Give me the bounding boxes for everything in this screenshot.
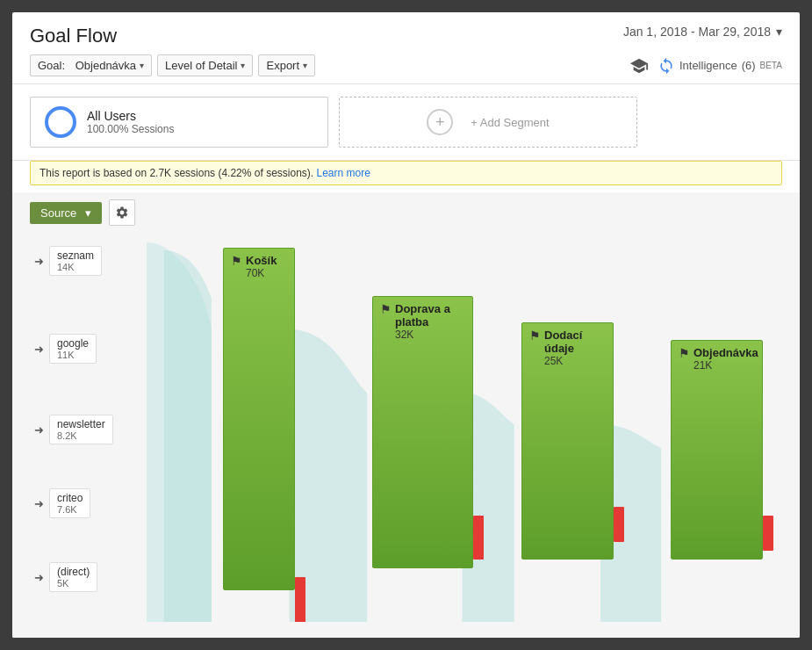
- source-node-name: google: [57, 337, 89, 350]
- segment-circle-icon: [45, 106, 76, 138]
- graduation-icon: [629, 56, 649, 76]
- source-node-label: newsletter 8.2K: [49, 415, 113, 444]
- flow-area: Source ▾: [12, 192, 800, 638]
- step-header: ⚑ Objednávka 21K: [679, 346, 755, 372]
- intelligence-icon: [658, 57, 675, 75]
- flow-controls: Source ▾: [30, 199, 782, 226]
- step-name: Objednávka: [693, 346, 758, 359]
- step-name: Dodací údaje: [544, 329, 606, 355]
- goal-value: Objednávka: [75, 59, 136, 72]
- goal-chevron-icon: ▾: [140, 61, 144, 70]
- source-node[interactable]: ➜ criteo 7.6K: [34, 488, 113, 518]
- arrow-icon: ➜: [34, 571, 44, 584]
- info-bar-text: This report is based on 2.7K sessions (4…: [40, 167, 313, 179]
- flag-icon: ⚑: [231, 254, 242, 268]
- export-label: Export: [266, 59, 299, 72]
- export-dropdown[interactable]: Export ▾: [258, 54, 315, 76]
- all-users-segment[interactable]: All Users 100.00% Sessions: [30, 97, 328, 148]
- source-node-count: 7.6K: [57, 504, 83, 515]
- intelligence-label: Intelligence: [679, 59, 737, 72]
- source-node-label: seznam 14K: [49, 246, 102, 276]
- source-node-count: 14K: [57, 262, 94, 272]
- info-bar: This report is based on 2.7K sessions (4…: [30, 161, 782, 185]
- toolbar-right: Intelligence(6) BETA: [629, 56, 782, 76]
- arrow-icon: ➜: [34, 497, 44, 510]
- source-node-name: (direct): [57, 566, 90, 578]
- source-node[interactable]: ➜ google 11K: [34, 334, 113, 364]
- page-title: Goal Flow: [30, 25, 117, 47]
- flag-icon: ⚑: [529, 329, 541, 343]
- learn-more-link[interactable]: Learn more: [317, 167, 370, 179]
- dropoff-doprava: [473, 516, 484, 560]
- step-count: 21K: [693, 359, 758, 372]
- flow-diagram: ➜ seznam 14K ➜ google 11K ➜: [30, 235, 782, 622]
- source-node-label: (direct) 5K: [49, 562, 97, 592]
- step-count: 70K: [246, 267, 277, 279]
- dropoff-dodaci: [614, 507, 624, 542]
- level-of-detail-label: Level of Detail: [165, 59, 237, 72]
- source-node-name: newsletter: [57, 418, 105, 430]
- step-doprava[interactable]: ⚑ Doprava a platba 32K: [372, 296, 473, 568]
- dropoff-kosik: [295, 577, 305, 622]
- settings-icon: [115, 206, 129, 220]
- segment-sessions: 100.00% Sessions: [87, 123, 174, 135]
- export-chevron-icon: ▾: [303, 61, 307, 70]
- source-node-count: 11K: [57, 350, 89, 360]
- step-name: Doprava a platba: [395, 302, 465, 329]
- arrow-icon: ➜: [34, 255, 44, 268]
- intelligence-count: (6): [742, 59, 756, 72]
- source-node-count: 8.2K: [57, 430, 105, 441]
- step-dodaci[interactable]: ⚑ Dodací údaje 25K: [521, 322, 614, 560]
- level-of-detail-chevron-icon: ▾: [241, 61, 245, 70]
- arrow-icon: ➜: [34, 343, 44, 356]
- arrow-icon: ➜: [34, 423, 44, 437]
- flag-icon: ⚑: [380, 302, 392, 316]
- step-count: 32K: [395, 329, 465, 341]
- source-node-name: seznam: [57, 249, 94, 262]
- beta-badge: BETA: [760, 61, 782, 70]
- step-name: Košík: [246, 254, 277, 267]
- step-count: 25K: [544, 355, 606, 367]
- add-segment-icon: +: [427, 109, 453, 135]
- date-range-chevron-icon: ▾: [776, 25, 782, 39]
- step-header: ⚑ Košík 70K: [231, 254, 287, 279]
- source-node[interactable]: ➜ seznam 14K: [34, 246, 113, 276]
- source-node-name: criteo: [57, 492, 83, 504]
- segment-info: All Users 100.00% Sessions: [87, 109, 174, 135]
- settings-button[interactable]: [109, 199, 135, 226]
- step-header: ⚑ Doprava a platba 32K: [380, 302, 465, 341]
- goal-label: Goal:: [38, 59, 65, 72]
- dropoff-objednavka: [763, 516, 773, 551]
- toolbar-left: Goal: Objednávka ▾ Level of Detail ▾ Exp…: [30, 54, 315, 76]
- date-range-picker[interactable]: Jan 1, 2018 - Mar 29, 2018 ▾: [623, 25, 782, 39]
- source-node-label: criteo 7.6K: [49, 488, 90, 518]
- source-node[interactable]: ➜ (direct) 5K: [34, 562, 113, 592]
- source-node-count: 5K: [57, 578, 90, 589]
- level-of-detail-dropdown[interactable]: Level of Detail ▾: [157, 54, 253, 76]
- goal-dropdown[interactable]: Goal: Objednávka ▾: [30, 54, 152, 76]
- source-node[interactable]: ➜ newsletter 8.2K: [34, 415, 113, 444]
- add-segment-label: + Add Segment: [471, 116, 549, 129]
- add-segment-card[interactable]: + + Add Segment: [339, 97, 637, 148]
- segment-name: All Users: [87, 109, 174, 123]
- step-objednavka[interactable]: ⚑ Objednávka 21K: [671, 340, 763, 560]
- step-kosik[interactable]: ⚑ Košík 70K: [223, 248, 295, 590]
- source-nodes: ➜ seznam 14K ➜ google 11K ➜: [34, 239, 113, 622]
- step-header: ⚑ Dodací údaje 25K: [529, 329, 606, 367]
- date-range-label: Jan 1, 2018 - Mar 29, 2018: [623, 25, 771, 39]
- source-dropdown-label: Source: [40, 206, 76, 220]
- source-dropdown-chevron-icon: ▾: [85, 206, 91, 220]
- flag-icon: ⚑: [679, 346, 690, 360]
- source-node-label: google 11K: [49, 334, 97, 364]
- segments-row: All Users 100.00% Sessions + + Add Segme…: [12, 84, 800, 161]
- source-dropdown[interactable]: Source ▾: [30, 202, 102, 224]
- intelligence-button[interactable]: Intelligence(6) BETA: [658, 57, 782, 75]
